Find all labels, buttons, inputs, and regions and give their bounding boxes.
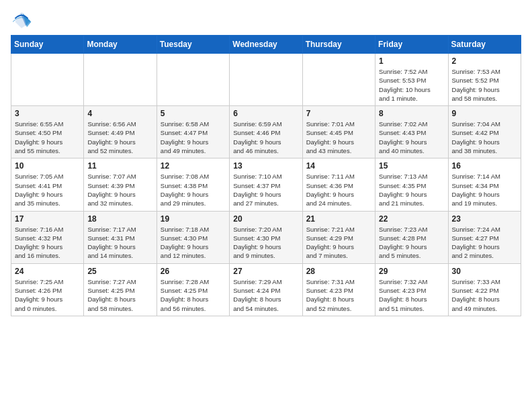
calendar-cell: 27Sunrise: 7:29 AM Sunset: 4:24 PM Dayli… [230, 263, 302, 316]
day-number: 2 [452, 56, 517, 66]
week-row-3: 10Sunrise: 7:05 AM Sunset: 4:41 PM Dayli… [11, 158, 521, 211]
day-number: 1 [379, 56, 444, 66]
calendar-cell: 8Sunrise: 7:02 AM Sunset: 4:43 PM Daylig… [375, 106, 448, 158]
weekday-header-thursday: Thursday [302, 36, 375, 54]
day-info: Sunrise: 6:55 AM Sunset: 4:50 PM Dayligh… [15, 120, 80, 155]
day-info: Sunrise: 7:11 AM Sunset: 4:36 PM Dayligh… [306, 172, 371, 208]
day-number: 15 [379, 161, 444, 171]
logo [11, 11, 35, 30]
day-number: 4 [87, 109, 152, 118]
day-number: 8 [379, 109, 444, 118]
weekday-header-saturday: Saturday [448, 36, 521, 54]
day-number: 22 [379, 214, 444, 224]
calendar-cell: 16Sunrise: 7:14 AM Sunset: 4:34 PM Dayli… [448, 158, 521, 211]
weekday-header-sunday: Sunday [11, 36, 84, 54]
calendar-cell: 26Sunrise: 7:28 AM Sunset: 4:25 PM Dayli… [157, 263, 229, 316]
day-info: Sunrise: 7:31 AM Sunset: 4:23 PM Dayligh… [306, 277, 371, 313]
week-row-1: 1Sunrise: 7:52 AM Sunset: 5:53 PM Daylig… [11, 54, 521, 106]
day-info: Sunrise: 6:56 AM Sunset: 4:49 PM Dayligh… [87, 120, 152, 155]
day-info: Sunrise: 7:20 AM Sunset: 4:30 PM Dayligh… [233, 225, 298, 261]
day-info: Sunrise: 7:01 AM Sunset: 4:45 PM Dayligh… [306, 120, 371, 155]
calendar-cell: 25Sunrise: 7:27 AM Sunset: 4:25 PM Dayli… [84, 263, 157, 316]
calendar-cell: 13Sunrise: 7:10 AM Sunset: 4:37 PM Dayli… [230, 158, 302, 211]
day-number: 19 [161, 214, 226, 224]
calendar-cell: 2Sunrise: 7:53 AM Sunset: 5:52 PM Daylig… [448, 54, 521, 106]
week-row-2: 3Sunrise: 6:55 AM Sunset: 4:50 PM Daylig… [11, 106, 521, 158]
day-number: 27 [233, 267, 298, 276]
calendar-cell: 12Sunrise: 7:08 AM Sunset: 4:38 PM Dayli… [157, 158, 229, 211]
calendar-cell: 19Sunrise: 7:18 AM Sunset: 4:30 PM Dayli… [157, 211, 229, 263]
weekday-header-wednesday: Wednesday [230, 36, 302, 54]
calendar-cell: 7Sunrise: 7:01 AM Sunset: 4:45 PM Daylig… [302, 106, 375, 158]
day-info: Sunrise: 7:04 AM Sunset: 4:42 PM Dayligh… [452, 120, 517, 155]
calendar-cell [157, 54, 229, 106]
day-info: Sunrise: 7:05 AM Sunset: 4:41 PM Dayligh… [15, 172, 80, 208]
day-info: Sunrise: 7:08 AM Sunset: 4:38 PM Dayligh… [161, 172, 226, 208]
day-info: Sunrise: 7:25 AM Sunset: 4:26 PM Dayligh… [15, 277, 80, 313]
calendar-cell: 11Sunrise: 7:07 AM Sunset: 4:39 PM Dayli… [84, 158, 157, 211]
week-row-4: 17Sunrise: 7:16 AM Sunset: 4:32 PM Dayli… [11, 211, 521, 263]
day-info: Sunrise: 7:28 AM Sunset: 4:25 PM Dayligh… [161, 277, 226, 313]
calendar-cell: 28Sunrise: 7:31 AM Sunset: 4:23 PM Dayli… [302, 263, 375, 316]
day-info: Sunrise: 7:24 AM Sunset: 4:27 PM Dayligh… [452, 225, 517, 261]
day-info: Sunrise: 7:17 AM Sunset: 4:31 PM Dayligh… [87, 225, 152, 261]
day-number: 24 [15, 267, 80, 276]
week-row-5: 24Sunrise: 7:25 AM Sunset: 4:26 PM Dayli… [11, 263, 521, 316]
day-number: 7 [306, 109, 371, 118]
day-number: 26 [161, 267, 226, 276]
day-info: Sunrise: 7:53 AM Sunset: 5:52 PM Dayligh… [452, 67, 517, 103]
day-info: Sunrise: 6:58 AM Sunset: 4:47 PM Dayligh… [161, 120, 226, 155]
calendar-cell: 30Sunrise: 7:33 AM Sunset: 4:22 PM Dayli… [448, 263, 521, 316]
day-number: 5 [161, 109, 226, 118]
calendar-cell [84, 54, 157, 106]
day-info: Sunrise: 7:07 AM Sunset: 4:39 PM Dayligh… [87, 172, 152, 208]
weekday-header-tuesday: Tuesday [157, 36, 229, 54]
day-number: 6 [233, 109, 298, 118]
day-number: 23 [452, 214, 517, 224]
day-info: Sunrise: 7:18 AM Sunset: 4:30 PM Dayligh… [161, 225, 226, 261]
calendar-table: SundayMondayTuesdayWednesdayThursdayFrid… [11, 35, 521, 316]
day-number: 17 [15, 214, 80, 224]
day-info: Sunrise: 7:52 AM Sunset: 5:53 PM Dayligh… [379, 67, 444, 103]
weekday-header-friday: Friday [375, 36, 448, 54]
calendar-cell: 18Sunrise: 7:17 AM Sunset: 4:31 PM Dayli… [84, 211, 157, 263]
day-number: 16 [452, 161, 517, 171]
calendar-cell [11, 54, 84, 106]
day-number: 30 [452, 267, 517, 276]
calendar-cell: 29Sunrise: 7:32 AM Sunset: 4:23 PM Dayli… [375, 263, 448, 316]
day-number: 18 [87, 214, 152, 224]
calendar-cell: 23Sunrise: 7:24 AM Sunset: 4:27 PM Dayli… [448, 211, 521, 263]
day-info: Sunrise: 7:33 AM Sunset: 4:22 PM Dayligh… [452, 277, 517, 313]
logo-icon [11, 11, 32, 30]
day-number: 20 [233, 214, 298, 224]
calendar-cell: 4Sunrise: 6:56 AM Sunset: 4:49 PM Daylig… [84, 106, 157, 158]
day-info: Sunrise: 7:16 AM Sunset: 4:32 PM Dayligh… [15, 225, 80, 261]
day-number: 29 [379, 267, 444, 276]
day-info: Sunrise: 7:29 AM Sunset: 4:24 PM Dayligh… [233, 277, 298, 313]
header [11, 8, 521, 30]
calendar-cell: 22Sunrise: 7:23 AM Sunset: 4:28 PM Dayli… [375, 211, 448, 263]
day-number: 3 [15, 109, 80, 118]
calendar-cell: 24Sunrise: 7:25 AM Sunset: 4:26 PM Dayli… [11, 263, 84, 316]
calendar-cell: 14Sunrise: 7:11 AM Sunset: 4:36 PM Dayli… [302, 158, 375, 211]
calendar-cell: 3Sunrise: 6:55 AM Sunset: 4:50 PM Daylig… [11, 106, 84, 158]
calendar-cell: 21Sunrise: 7:21 AM Sunset: 4:29 PM Dayli… [302, 211, 375, 263]
day-number: 11 [87, 161, 152, 171]
calendar-cell: 17Sunrise: 7:16 AM Sunset: 4:32 PM Dayli… [11, 211, 84, 263]
day-info: Sunrise: 7:10 AM Sunset: 4:37 PM Dayligh… [233, 172, 298, 208]
day-number: 9 [452, 109, 517, 118]
calendar-cell: 20Sunrise: 7:20 AM Sunset: 4:30 PM Dayli… [230, 211, 302, 263]
day-info: Sunrise: 7:32 AM Sunset: 4:23 PM Dayligh… [379, 277, 444, 313]
calendar-cell: 15Sunrise: 7:13 AM Sunset: 4:35 PM Dayli… [375, 158, 448, 211]
weekday-header-row: SundayMondayTuesdayWednesdayThursdayFrid… [11, 36, 521, 54]
day-info: Sunrise: 6:59 AM Sunset: 4:46 PM Dayligh… [233, 120, 298, 155]
day-number: 12 [161, 161, 226, 171]
calendar-cell: 10Sunrise: 7:05 AM Sunset: 4:41 PM Dayli… [11, 158, 84, 211]
day-info: Sunrise: 7:14 AM Sunset: 4:34 PM Dayligh… [452, 172, 517, 208]
day-info: Sunrise: 7:13 AM Sunset: 4:35 PM Dayligh… [379, 172, 444, 208]
weekday-header-monday: Monday [84, 36, 157, 54]
calendar-cell [230, 54, 302, 106]
day-number: 14 [306, 161, 371, 171]
day-info: Sunrise: 7:21 AM Sunset: 4:29 PM Dayligh… [306, 225, 371, 261]
calendar-cell: 5Sunrise: 6:58 AM Sunset: 4:47 PM Daylig… [157, 106, 229, 158]
